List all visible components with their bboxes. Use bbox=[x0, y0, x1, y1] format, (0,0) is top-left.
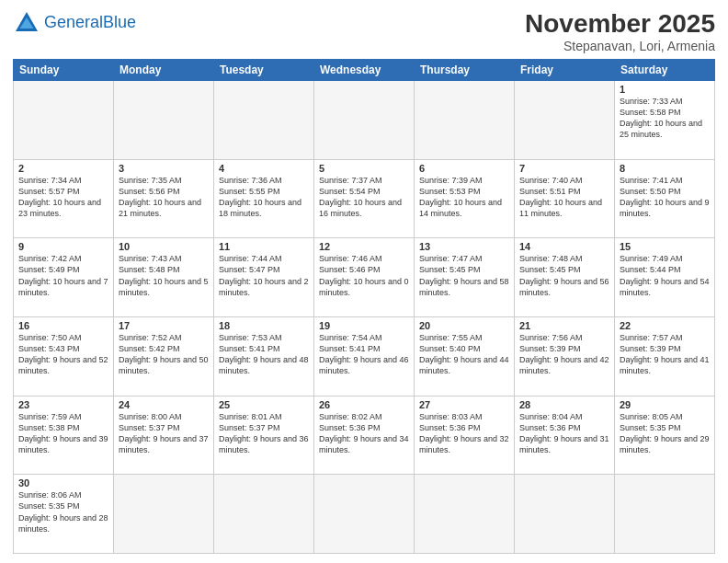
col-tuesday: Tuesday bbox=[214, 60, 314, 81]
table-row bbox=[114, 81, 214, 160]
day-number: 19 bbox=[319, 320, 409, 331]
table-row: 26Sunrise: 8:02 AM Sunset: 5:36 PM Dayli… bbox=[314, 396, 415, 475]
day-number: 14 bbox=[519, 241, 609, 252]
day-number: 13 bbox=[419, 241, 509, 252]
day-info: Sunrise: 7:56 AM Sunset: 5:39 PM Dayligh… bbox=[519, 332, 609, 377]
logo-text: GeneralBlue bbox=[44, 14, 136, 32]
table-row bbox=[615, 475, 715, 554]
day-number: 3 bbox=[119, 163, 209, 174]
table-row: 4Sunrise: 7:36 AM Sunset: 5:55 PM Daylig… bbox=[214, 159, 314, 238]
day-number: 2 bbox=[18, 163, 108, 174]
day-number: 23 bbox=[18, 399, 108, 410]
day-info: Sunrise: 7:50 AM Sunset: 5:43 PM Dayligh… bbox=[18, 332, 108, 377]
table-row bbox=[415, 81, 515, 160]
table-row: 15Sunrise: 7:49 AM Sunset: 5:44 PM Dayli… bbox=[615, 238, 715, 317]
day-info: Sunrise: 7:40 AM Sunset: 5:51 PM Dayligh… bbox=[519, 175, 609, 220]
day-info: Sunrise: 7:43 AM Sunset: 5:48 PM Dayligh… bbox=[119, 253, 209, 298]
header: GeneralBlue November 2025 Stepanavan, Lo… bbox=[13, 9, 715, 53]
table-row bbox=[515, 475, 615, 554]
logo-icon bbox=[13, 9, 40, 37]
table-row: 9Sunrise: 7:42 AM Sunset: 5:49 PM Daylig… bbox=[14, 238, 114, 317]
day-number: 16 bbox=[18, 320, 108, 331]
day-info: Sunrise: 8:05 AM Sunset: 5:35 PM Dayligh… bbox=[620, 411, 710, 456]
day-number: 22 bbox=[620, 320, 710, 331]
table-row: 28Sunrise: 8:04 AM Sunset: 5:36 PM Dayli… bbox=[515, 396, 615, 475]
calendar-week-row: 30Sunrise: 8:06 AM Sunset: 5:35 PM Dayli… bbox=[14, 475, 715, 554]
table-row: 24Sunrise: 8:00 AM Sunset: 5:37 PM Dayli… bbox=[114, 396, 214, 475]
day-number: 24 bbox=[119, 399, 209, 410]
day-info: Sunrise: 7:39 AM Sunset: 5:53 PM Dayligh… bbox=[419, 175, 509, 220]
table-row: 3Sunrise: 7:35 AM Sunset: 5:56 PM Daylig… bbox=[114, 159, 214, 238]
day-info: Sunrise: 7:36 AM Sunset: 5:55 PM Dayligh… bbox=[219, 175, 309, 220]
title-block: November 2025 Stepanavan, Lori, Armenia bbox=[525, 9, 715, 53]
day-info: Sunrise: 7:49 AM Sunset: 5:44 PM Dayligh… bbox=[620, 253, 710, 298]
calendar-week-row: 9Sunrise: 7:42 AM Sunset: 5:49 PM Daylig… bbox=[14, 238, 715, 317]
table-row bbox=[14, 81, 114, 160]
day-info: Sunrise: 7:54 AM Sunset: 5:41 PM Dayligh… bbox=[319, 332, 409, 377]
day-number: 25 bbox=[219, 399, 309, 410]
col-thursday: Thursday bbox=[415, 60, 515, 81]
page: GeneralBlue November 2025 Stepanavan, Lo… bbox=[0, 0, 728, 563]
calendar-week-row: 23Sunrise: 7:59 AM Sunset: 5:38 PM Dayli… bbox=[14, 396, 715, 475]
day-number: 15 bbox=[620, 241, 710, 252]
col-wednesday: Wednesday bbox=[314, 60, 415, 81]
day-info: Sunrise: 7:48 AM Sunset: 5:45 PM Dayligh… bbox=[519, 253, 609, 298]
logo-general: General bbox=[44, 13, 103, 31]
col-sunday: Sunday bbox=[14, 60, 114, 81]
table-row: 12Sunrise: 7:46 AM Sunset: 5:46 PM Dayli… bbox=[314, 238, 415, 317]
table-row: 20Sunrise: 7:55 AM Sunset: 5:40 PM Dayli… bbox=[415, 316, 515, 396]
table-row bbox=[314, 475, 415, 554]
day-info: Sunrise: 7:55 AM Sunset: 5:40 PM Dayligh… bbox=[419, 332, 509, 377]
day-info: Sunrise: 8:06 AM Sunset: 5:35 PM Dayligh… bbox=[18, 489, 108, 534]
table-row: 30Sunrise: 8:06 AM Sunset: 5:35 PM Dayli… bbox=[14, 475, 114, 554]
day-number: 18 bbox=[219, 320, 309, 331]
table-row: 25Sunrise: 8:01 AM Sunset: 5:37 PM Dayli… bbox=[214, 396, 314, 475]
table-row: 10Sunrise: 7:43 AM Sunset: 5:48 PM Dayli… bbox=[114, 238, 214, 317]
table-row: 22Sunrise: 7:57 AM Sunset: 5:39 PM Dayli… bbox=[615, 316, 715, 396]
table-row: 2Sunrise: 7:34 AM Sunset: 5:57 PM Daylig… bbox=[14, 159, 114, 238]
day-number: 30 bbox=[18, 477, 108, 488]
day-info: Sunrise: 8:02 AM Sunset: 5:36 PM Dayligh… bbox=[319, 411, 409, 456]
table-row: 7Sunrise: 7:40 AM Sunset: 5:51 PM Daylig… bbox=[515, 159, 615, 238]
calendar-header-row: Sunday Monday Tuesday Wednesday Thursday… bbox=[14, 60, 715, 81]
main-title: November 2025 bbox=[525, 9, 715, 39]
table-row bbox=[515, 81, 615, 160]
day-info: Sunrise: 7:41 AM Sunset: 5:50 PM Dayligh… bbox=[620, 175, 710, 220]
col-saturday: Saturday bbox=[615, 60, 715, 81]
day-info: Sunrise: 8:00 AM Sunset: 5:37 PM Dayligh… bbox=[119, 411, 209, 456]
calendar-week-row: 2Sunrise: 7:34 AM Sunset: 5:57 PM Daylig… bbox=[14, 159, 715, 238]
day-number: 9 bbox=[18, 241, 108, 252]
col-monday: Monday bbox=[114, 60, 214, 81]
day-number: 20 bbox=[419, 320, 509, 331]
day-info: Sunrise: 7:34 AM Sunset: 5:57 PM Dayligh… bbox=[18, 175, 108, 220]
table-row: 6Sunrise: 7:39 AM Sunset: 5:53 PM Daylig… bbox=[415, 159, 515, 238]
day-number: 12 bbox=[319, 241, 409, 252]
day-number: 11 bbox=[219, 241, 309, 252]
day-info: Sunrise: 7:42 AM Sunset: 5:49 PM Dayligh… bbox=[18, 253, 108, 298]
calendar-week-row: 1Sunrise: 7:33 AM Sunset: 5:58 PM Daylig… bbox=[14, 81, 715, 160]
day-number: 27 bbox=[419, 399, 509, 410]
table-row: 8Sunrise: 7:41 AM Sunset: 5:50 PM Daylig… bbox=[615, 159, 715, 238]
subtitle: Stepanavan, Lori, Armenia bbox=[525, 39, 715, 53]
table-row: 11Sunrise: 7:44 AM Sunset: 5:47 PM Dayli… bbox=[214, 238, 314, 317]
day-number: 6 bbox=[419, 163, 509, 174]
table-row bbox=[314, 81, 415, 160]
day-number: 7 bbox=[519, 163, 609, 174]
day-info: Sunrise: 7:33 AM Sunset: 5:58 PM Dayligh… bbox=[620, 96, 710, 141]
table-row: 17Sunrise: 7:52 AM Sunset: 5:42 PM Dayli… bbox=[114, 316, 214, 396]
table-row bbox=[214, 81, 314, 160]
day-number: 26 bbox=[319, 399, 409, 410]
day-info: Sunrise: 8:01 AM Sunset: 5:37 PM Dayligh… bbox=[219, 411, 309, 456]
day-info: Sunrise: 7:46 AM Sunset: 5:46 PM Dayligh… bbox=[319, 253, 409, 298]
table-row: 5Sunrise: 7:37 AM Sunset: 5:54 PM Daylig… bbox=[314, 159, 415, 238]
day-info: Sunrise: 7:59 AM Sunset: 5:38 PM Dayligh… bbox=[18, 411, 108, 456]
calendar-week-row: 16Sunrise: 7:50 AM Sunset: 5:43 PM Dayli… bbox=[14, 316, 715, 396]
table-row: 27Sunrise: 8:03 AM Sunset: 5:36 PM Dayli… bbox=[415, 396, 515, 475]
table-row bbox=[114, 475, 214, 554]
logo-blue: Blue bbox=[103, 13, 136, 31]
day-info: Sunrise: 7:53 AM Sunset: 5:41 PM Dayligh… bbox=[219, 332, 309, 377]
day-info: Sunrise: 7:44 AM Sunset: 5:47 PM Dayligh… bbox=[219, 253, 309, 298]
table-row: 14Sunrise: 7:48 AM Sunset: 5:45 PM Dayli… bbox=[515, 238, 615, 317]
table-row bbox=[415, 475, 515, 554]
day-info: Sunrise: 7:37 AM Sunset: 5:54 PM Dayligh… bbox=[319, 175, 409, 220]
